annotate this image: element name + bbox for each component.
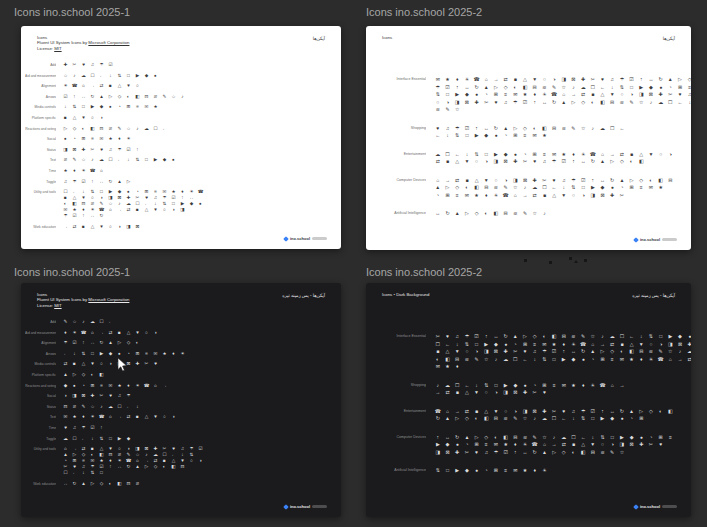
icon-glyph: ◧ [666, 408, 676, 416]
icon-glyph: ⊠ [124, 361, 133, 367]
brand-suffix-chip [312, 237, 327, 241]
icon-glyph: ♦ [511, 441, 521, 449]
icon-glyph: ♥ [540, 389, 550, 397]
header-link-text: MIT [54, 46, 61, 51]
icon-glyph: ◔ [511, 341, 521, 349]
icon-glyph: ↓ [88, 436, 97, 442]
icon-row: ♦☀☎⌂→⇄■△▼○◑ [61, 330, 160, 336]
frame-header-line: License: MIT [37, 303, 129, 308]
icon-glyph: ★ [549, 341, 559, 349]
category-label: Media controls [25, 361, 56, 367]
category-icon-rows: ✂♥♫☂☑↑↔↻▲▷◇◐◧⊟≋✎☆♪☁☐←↓⇅□▶◆●☐←↓⇅□▶◆●◔⊞≡✉★… [433, 333, 691, 371]
icon-glyph: ☐ [443, 151, 453, 159]
icon-glyph: ♦ [115, 136, 124, 142]
icon-glyph: ♦ [530, 91, 540, 99]
icon-glyph: ↔ [569, 348, 579, 356]
icon-glyph: ◇ [462, 415, 472, 423]
icon-glyph: ♥ [520, 348, 530, 356]
icon-glyph: ↻ [452, 434, 462, 442]
icon-row: ■△▼○◑◨⊠✚✂♥♫☂☑↑↔↻▲▷◇◐◧⊟≋✎☆♪☁ [433, 348, 691, 356]
icon-glyph: ● [511, 151, 521, 159]
icon-glyph: ♪ [178, 94, 187, 100]
icon-row: ◨⊠✚✂♥♫☂☑↑↔↻▲▷◇◐◧⊟≋✎☆ [433, 449, 675, 457]
icon-glyph: ☑ [443, 84, 453, 92]
icon-glyph: ☐ [88, 73, 97, 79]
category-label: Computer Devices [378, 177, 426, 185]
icon-glyph: ● [656, 84, 666, 92]
icon-glyph: ★ [559, 151, 569, 159]
icon-glyph: ↑ [97, 425, 106, 431]
icon-glyph: ■ [588, 91, 598, 99]
icon-glyph: ☂ [569, 177, 579, 185]
icon-glyph: → [97, 330, 106, 336]
icon-glyph: ✉ [511, 91, 521, 99]
icon-glyph: ≋ [462, 356, 472, 364]
frame-icons-dark-grouped[interactable]: Icons • Dark Background آیکن‌ها - پس زمی… [366, 283, 691, 517]
category-label: Entertainment [378, 408, 426, 416]
frame-icons-dark-fluent[interactable]: IconsFluent UI System Icons by Microsoft… [21, 283, 341, 517]
frame-title-top-left[interactable]: Icons ino.school 2025-1 [14, 6, 130, 19]
frame-title-bottom-left[interactable]: Icons ino.school 2025-1 [14, 266, 130, 279]
category-icon-rows: ✎☆♪☁☐← [61, 319, 115, 325]
icon-glyph: ◔ [481, 91, 491, 99]
frame-icons-light-fluent[interactable]: IconsFluent UI System Icons by Microsoft… [21, 26, 341, 249]
icon-glyph: ♪ [588, 125, 598, 133]
icon-glyph: ☑ [124, 147, 133, 153]
icon-glyph: ◧ [169, 464, 178, 470]
category-icon-rows: ☎⌂→⇄■△▼○◑◨⊠✚✂♥♫☂☑↑↔↻▲▷◇◐◧↻▲▷◇◐◧⊟≋✎☆♪☁☐←↓… [433, 408, 675, 423]
icon-glyph: ≋ [598, 449, 608, 457]
icon-row: ⇄■△▼○◑◨⊠✚✂♥ [61, 361, 160, 367]
icon-glyph: ⇄ [443, 389, 453, 397]
icon-glyph: ☆ [540, 434, 550, 442]
icon-glyph: → [452, 408, 462, 416]
icon-glyph: ✎ [569, 125, 579, 133]
icon-row: ⇅□▶◆●◔⊞≡✉★♦☀☎⌂→⇄■△▼○◑◨⊠✚✂♥♫ [433, 91, 691, 99]
icon-glyph: ≋ [70, 404, 79, 410]
icon-glyph: ↻ [124, 464, 133, 470]
icon-glyph: ■ [79, 224, 88, 230]
icon-glyph: ↑ [133, 147, 142, 153]
icon-glyph: ☑ [520, 99, 530, 107]
icon-glyph: ♪ [598, 333, 608, 341]
figma-canvas[interactable]: Icons ino.school 2025-1 Icons ino.school… [0, 0, 707, 527]
category-label: Shopping [378, 382, 426, 390]
icon-glyph: ■ [627, 151, 637, 159]
icon-glyph: ▶ [636, 84, 646, 92]
icon-glyph: ☎ [88, 168, 97, 174]
icon-glyph: ♥ [151, 361, 160, 367]
icon-glyph: ☂ [124, 393, 133, 399]
icon-glyph: ● [169, 157, 178, 163]
icon-glyph: ↑ [569, 158, 579, 166]
icon-row: ↑↔↻▲▷◇◐◧⊟≋✎☆♪☁☐←↓⇅□▶◆●◔⊞≡ [433, 434, 675, 442]
icon-glyph: ◆ [511, 382, 521, 390]
icon-glyph: ▼ [636, 341, 646, 349]
icon-glyph: → [433, 389, 443, 397]
icon-glyph: ⇄ [685, 356, 691, 364]
icon-glyph: ◑ [196, 458, 205, 464]
frame-title-bottom-right[interactable]: Icons ino.school 2025-2 [366, 266, 482, 279]
icon-glyph: ▲ [481, 84, 491, 92]
brand-name: ino.school [290, 236, 310, 241]
icon-glyph: △ [472, 177, 482, 185]
frame-icons-light-grouped[interactable]: Icons آیکن‌ها Interface Essential✉★♦☀☎⌂→… [366, 26, 691, 250]
header-link-text: MIT [54, 303, 61, 308]
frame-title-top-right[interactable]: Icons ino.school 2025-2 [366, 6, 482, 19]
icon-category-work-education: Work education→⇄■△▼○◑◨⊠ [25, 224, 205, 230]
icon-glyph: ⊟ [491, 415, 501, 423]
icon-glyph: ✚ [636, 441, 646, 449]
icon-glyph: ✎ [520, 210, 530, 218]
category-icon-rows: ▷◇◐◧⊟≋✎☆♪☁☐← [61, 126, 169, 132]
icon-glyph: ↻ [607, 177, 617, 185]
icon-glyph: ⊞ [598, 356, 608, 364]
icon-glyph: ◔ [646, 434, 656, 442]
icon-row: ↔↻▲▷◇◐◧⊟≋ [61, 481, 142, 487]
icon-glyph: ☐ [666, 99, 676, 107]
header-text: Icons [382, 35, 392, 40]
icon-glyph: ↓ [70, 351, 79, 357]
icon-glyph: ← [106, 319, 115, 325]
icon-row: ◨⊠✚✂♥♫☂☑↑ [61, 147, 142, 153]
icon-glyph: ★ [106, 136, 115, 142]
icon-glyph: ♫ [106, 147, 115, 153]
icon-glyph: ✂ [617, 192, 627, 200]
icon-glyph: ✚ [540, 408, 550, 416]
